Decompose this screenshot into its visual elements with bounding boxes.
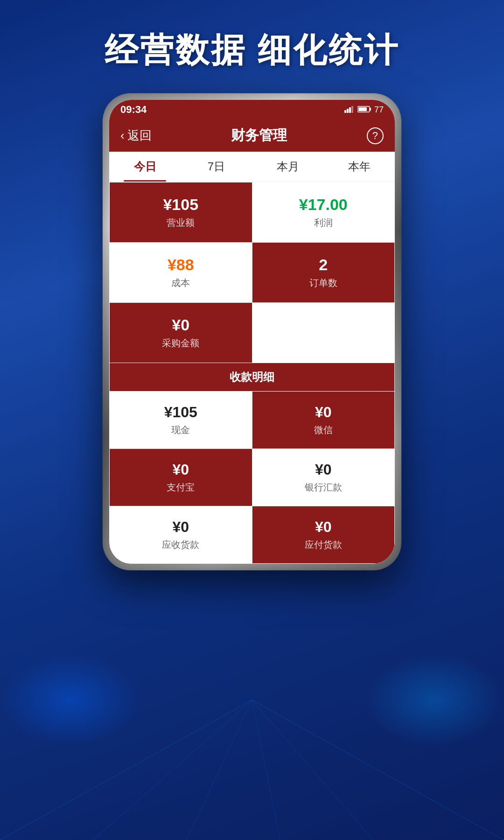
page-title: 经营数据 细化统计	[0, 28, 504, 73]
svg-rect-59	[349, 107, 351, 113]
tab-year[interactable]: 本年	[323, 152, 395, 182]
payment-wechat: ¥0 微信	[252, 392, 395, 448]
svg-rect-63	[370, 108, 371, 111]
signal-icon	[344, 104, 355, 116]
tab-bar: 今日 7日 本月 本年	[109, 152, 395, 182]
stat-revenue-value: ¥105	[163, 196, 198, 214]
svg-line-52	[93, 700, 252, 840]
tab-7day[interactable]: 7日	[181, 152, 252, 182]
stats-grid: ¥105 营业额 ¥17.00 利润 ¥88 成本 2 订单数	[110, 182, 394, 363]
payment-payable-value: ¥0	[315, 518, 332, 536]
stat-orders: 2 订单数	[252, 243, 395, 302]
phone-device: 09:34	[103, 93, 401, 570]
payment-alipay-label: 支付宝	[167, 481, 195, 494]
stat-cost: ¥88 成本	[110, 243, 252, 302]
tab-month[interactable]: 本月	[252, 152, 323, 182]
stat-cost-label: 成本	[171, 277, 190, 289]
svg-rect-58	[347, 109, 349, 113]
stat-empty	[252, 303, 395, 363]
stat-orders-label: 订单数	[309, 277, 337, 289]
payment-receivable-value: ¥0	[172, 518, 189, 536]
stat-purchase: ¥0 采购金额	[110, 303, 252, 363]
svg-line-55	[252, 700, 373, 840]
payment-section-header: 收款明细	[110, 363, 394, 391]
payment-bank: ¥0 银行汇款	[252, 449, 395, 506]
svg-line-53	[187, 700, 252, 840]
payment-wechat-label: 微信	[314, 424, 333, 436]
back-label: 返回	[127, 127, 152, 144]
help-icon: ?	[372, 130, 378, 142]
payment-cash: ¥105 现金	[110, 392, 252, 448]
stat-cost-value: ¥88	[168, 256, 194, 274]
phone-outer-frame: 09:34	[103, 93, 401, 570]
help-button[interactable]: ?	[367, 127, 384, 144]
svg-rect-57	[344, 110, 346, 113]
svg-line-51	[0, 700, 252, 840]
tab-today[interactable]: 今日	[109, 152, 181, 182]
payment-payable-label: 应付货款	[305, 539, 342, 551]
back-button[interactable]: ‹ 返回	[120, 127, 152, 144]
payment-cash-value: ¥105	[164, 404, 197, 421]
payment-bank-value: ¥0	[315, 461, 332, 478]
stat-revenue-label: 营业额	[167, 217, 195, 229]
top-nav: ‹ 返回 财务管理 ?	[109, 119, 395, 152]
status-icons: 77	[344, 104, 384, 116]
battery-level: 77	[374, 105, 384, 115]
svg-rect-62	[358, 107, 367, 111]
payment-grid: ¥105 现金 ¥0 微信 ¥0 支付宝 ¥0 银行汇款	[110, 392, 394, 563]
payment-alipay: ¥0 支付宝	[110, 449, 252, 506]
payment-bank-label: 银行汇款	[305, 481, 342, 494]
nav-title: 财务管理	[231, 126, 287, 145]
phone-screen: 09:34	[109, 100, 395, 564]
stat-profit-value: ¥17.00	[299, 196, 348, 214]
payment-receivable: ¥0 应收货款	[110, 506, 252, 563]
status-time: 09:34	[120, 104, 147, 116]
payment-cash-label: 现金	[171, 424, 190, 436]
payment-wechat-value: ¥0	[315, 404, 332, 421]
stat-profit-label: 利润	[314, 217, 333, 229]
stat-profit: ¥17.00 利润	[252, 182, 395, 242]
stat-purchase-value: ¥0	[172, 316, 189, 334]
svg-rect-60	[351, 106, 353, 113]
payment-receivable-label: 应收货款	[162, 539, 199, 551]
stat-revenue: ¥105 营业额	[110, 182, 252, 242]
payment-payable: ¥0 应付货款	[252, 506, 395, 563]
payment-alipay-value: ¥0	[172, 461, 189, 478]
battery-icon	[357, 104, 371, 116]
stat-purchase-label: 采购金额	[162, 337, 199, 350]
back-chevron-icon: ‹	[120, 128, 125, 143]
bottom-glow-svg	[0, 677, 504, 840]
svg-line-56	[252, 700, 504, 840]
stat-orders-value: 2	[319, 256, 328, 274]
svg-line-54	[252, 700, 280, 840]
status-bar: 09:34	[109, 100, 395, 119]
